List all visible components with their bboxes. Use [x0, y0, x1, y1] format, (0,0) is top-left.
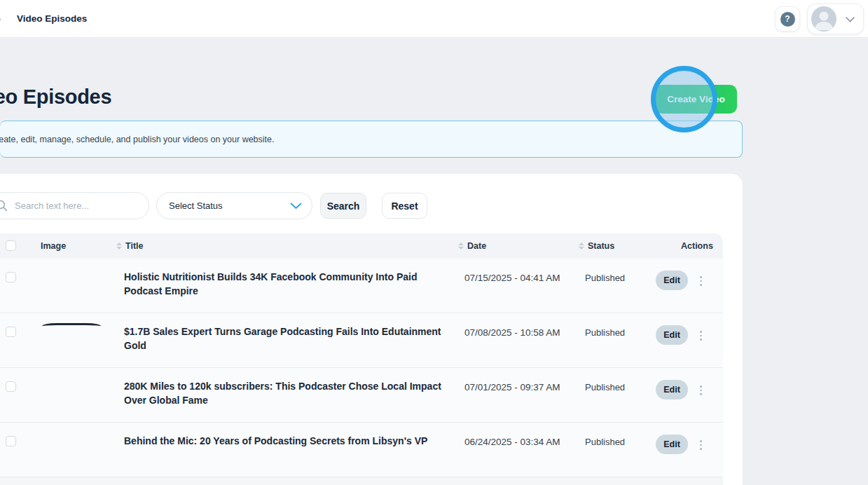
- user-menu[interactable]: [807, 4, 864, 34]
- select-chevron-down-icon: [290, 200, 302, 212]
- edit-button[interactable]: Edit: [656, 435, 688, 454]
- table-footer-strip: [0, 477, 723, 485]
- episode-date: 07/15/2025 - 04:41 AM: [464, 273, 560, 283]
- search-icon: [0, 200, 8, 214]
- row-checkbox[interactable]: [6, 436, 16, 446]
- sort-icon[interactable]: [579, 242, 584, 250]
- status-select[interactable]: Select Status: [156, 192, 312, 219]
- table-row: Holistic Nutritionist Builds 34K Faceboo…: [0, 259, 723, 313]
- chevron-down-icon: [846, 13, 855, 25]
- episode-date: 07/08/2025 - 10:58 AM: [464, 327, 560, 338]
- table-body: Holistic Nutritionist Builds 34K Faceboo…: [0, 259, 723, 477]
- column-header-status[interactable]: Status: [579, 233, 614, 259]
- breadcrumb[interactable]: Video Episodes: [17, 13, 87, 24]
- avatar: [811, 6, 836, 32]
- sort-icon[interactable]: [116, 242, 122, 250]
- page-title: Video Episodes: [0, 86, 111, 109]
- episode-date: 06/24/2025 - 03:34 AM: [464, 437, 560, 447]
- column-header-title[interactable]: Title: [116, 233, 143, 259]
- select-all-checkbox[interactable]: [6, 240, 16, 251]
- row-checkbox[interactable]: [6, 327, 16, 337]
- help-button[interactable]: ?: [775, 6, 800, 32]
- episode-date: 07/01/2025 - 09:37 AM: [464, 382, 560, 392]
- column-header-image: Image: [41, 233, 66, 259]
- search-field-wrap: [0, 192, 149, 219]
- status-badge: Published: [585, 382, 625, 392]
- more-actions-icon[interactable]: [698, 275, 703, 287]
- help-icon: ?: [780, 12, 795, 27]
- breadcrumb-chevron-icon: ›: [0, 12, 1, 26]
- episode-title[interactable]: Holistic Nutritionist Builds 34K Faceboo…: [124, 271, 443, 298]
- table-row: $1.7B Sales Expert Turns Garage Podcasti…: [0, 313, 723, 368]
- episode-title[interactable]: 280K Miles to 120k subscribers: This Pod…: [124, 380, 443, 407]
- status-select-value: Select Status: [169, 200, 290, 211]
- search-input[interactable]: [0, 192, 149, 219]
- episode-thumbnail: [41, 431, 102, 469]
- status-badge: Published: [585, 437, 625, 447]
- row-checkbox[interactable]: [6, 381, 16, 392]
- search-button[interactable]: Search: [320, 193, 366, 219]
- status-badge: Published: [585, 327, 625, 338]
- info-banner-text: Create, edit, manage, schedule, and publ…: [0, 135, 275, 144]
- more-actions-icon[interactable]: [698, 329, 703, 342]
- edit-button[interactable]: Edit: [656, 380, 688, 399]
- create-video-button[interactable]: Create Video: [655, 85, 737, 114]
- row-checkbox[interactable]: [6, 272, 16, 282]
- episode-thumbnail: [41, 267, 102, 305]
- video-episodes-page: › Video Episodes ? Video Episodes Create…: [0, 0, 868, 485]
- table-row: Behind the Mic: 20 Years of Podcasting S…: [0, 423, 723, 477]
- table-header: Image Title Date Status Actions: [0, 233, 723, 259]
- topbar: › Video Episodes ?: [0, 0, 868, 38]
- sort-icon[interactable]: [458, 242, 464, 250]
- table-row: 280K Miles to 120k subscribers: This Pod…: [0, 368, 723, 423]
- thumbnail-line: [42, 323, 101, 329]
- column-header-date[interactable]: Date: [458, 233, 486, 259]
- info-banner: Create, edit, manage, schedule, and publ…: [0, 121, 743, 158]
- edit-button[interactable]: Edit: [656, 271, 688, 290]
- episode-thumbnail: [41, 322, 102, 360]
- episode-title[interactable]: $1.7B Sales Expert Turns Garage Podcasti…: [124, 325, 443, 353]
- episode-title[interactable]: Behind the Mic: 20 Years of Podcasting S…: [124, 435, 443, 449]
- more-actions-icon[interactable]: [698, 439, 703, 451]
- reset-button[interactable]: Reset: [382, 193, 427, 219]
- status-badge: Published: [585, 273, 625, 283]
- edit-button[interactable]: Edit: [656, 325, 688, 345]
- more-actions-icon[interactable]: [698, 384, 703, 397]
- episode-thumbnail: [41, 376, 102, 414]
- column-header-actions: Actions: [681, 233, 713, 259]
